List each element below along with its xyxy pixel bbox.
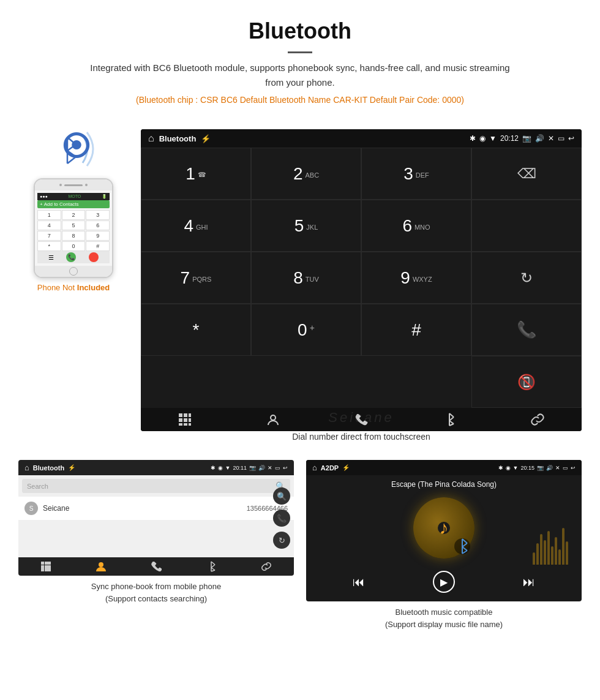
phone-key-4: 4: [37, 220, 61, 230]
dial-key-3[interactable]: 3DEF: [361, 148, 471, 200]
pb-search-bar[interactable]: Search 🔍: [22, 479, 290, 493]
svg-line-34: [211, 568, 215, 570]
phone-not-included-text: Phone Not Included: [37, 283, 110, 292]
dial-key-hash[interactable]: #: [361, 304, 471, 356]
pb-win-icon: ▭: [275, 465, 280, 471]
phone-top-bar: [35, 179, 112, 190]
dial-key-0[interactable]: 0+: [251, 304, 361, 356]
ms-next-btn[interactable]: ⏭: [523, 575, 535, 589]
dial-key-6[interactable]: 6MNO: [361, 200, 471, 252]
dial-key-2[interactable]: 2ABC: [251, 148, 361, 200]
pb-vol-icon: 🔊: [258, 465, 265, 471]
pb-nav-contacts[interactable]: [73, 561, 129, 572]
phone-key-2: 2: [62, 210, 86, 220]
bt-signal-svg: ⦿: [49, 129, 98, 169]
dial-key-4[interactable]: 4GHI: [141, 200, 251, 252]
dial-key-5[interactable]: 5JKL: [251, 200, 361, 252]
dial-key-backspace[interactable]: ⌫: [471, 148, 582, 200]
watermark: Seicane: [141, 410, 582, 426]
ms-vol-icon: 🔊: [546, 465, 553, 471]
svg-rect-23: [48, 562, 51, 565]
pb-nav-link[interactable]: [239, 561, 294, 572]
pb-usb-icon: ⚡: [68, 464, 75, 471]
dial-key-empty-r2: [471, 200, 582, 252]
pb-nav-grid[interactable]: [18, 561, 73, 572]
ms-home-icon: ⌂: [312, 463, 317, 472]
svg-rect-28: [45, 568, 48, 571]
pb-loc-icon: ◉: [218, 465, 223, 471]
phone-home-area: [35, 266, 112, 277]
phone-key-0: 0: [62, 241, 86, 251]
pb-call-btn[interactable]: 📞: [273, 510, 290, 527]
dial-key-call[interactable]: 📞: [471, 304, 582, 356]
dial-status-left: ⌂ Bluetooth ⚡: [148, 133, 211, 144]
phone-mock: ●●●MOTO🔋 + Add to Contacts 1 2 3 4 5 6 7…: [34, 178, 113, 278]
ms-prev-btn[interactable]: ⏮: [353, 575, 365, 589]
pb-search-btn[interactable]: 🔍: [273, 487, 290, 505]
pb-nav-phone[interactable]: [129, 561, 184, 572]
pb-title: Bluetooth: [33, 464, 64, 472]
ms-album-art: ♪: [413, 497, 474, 559]
phone-key-9: 9: [86, 231, 110, 241]
pb-avatar: S: [24, 502, 38, 515]
svg-rect-29: [48, 568, 51, 571]
dial-key-8[interactable]: 8TUV: [251, 252, 361, 304]
home-icon[interactable]: ⌂: [148, 133, 154, 144]
ms-cam-icon: 📷: [537, 465, 544, 471]
page-title: Bluetooth: [12, 18, 588, 44]
phone-end-btn: [89, 252, 99, 262]
svg-line-32: [211, 562, 215, 565]
svg-rect-25: [45, 565, 48, 568]
phone-key-hash: #: [86, 241, 110, 251]
ms-usb-icon: ⚡: [342, 464, 350, 471]
dial-status-bar: ⌂ Bluetooth ⚡ ✱ ◉ ▼ 20:12 📷 🔊 ✕ ▭ ↩: [141, 129, 582, 148]
pb-refresh-btn[interactable]: ↻: [273, 532, 290, 549]
ms-bt-overlay: [454, 538, 471, 555]
ms-x-icon: ✕: [555, 465, 560, 471]
svg-rect-22: [45, 562, 48, 565]
page-header: Bluetooth Integrated with BC6 Bluetooth …: [0, 0, 600, 123]
phone-key-5: 5: [62, 220, 86, 230]
dial-key-star[interactable]: *: [141, 304, 251, 356]
phone-status: ●●●MOTO🔋: [37, 193, 110, 200]
dial-key-end[interactable]: 📵: [471, 356, 582, 408]
pb-search-placeholder: Search: [27, 483, 48, 490]
pb-bt-icon: ✱: [211, 465, 216, 471]
ms-song-title: Escape (The Pina Colada Song): [306, 475, 582, 491]
bt-status-icon: ✱: [470, 134, 476, 143]
svg-rect-24: [41, 565, 44, 568]
pb-signal-icon: ▼: [225, 465, 231, 471]
dial-caption: Dial number direct from touchscreen: [141, 432, 582, 442]
ms-play-btn[interactable]: ▶: [433, 571, 455, 593]
dial-key-1[interactable]: 1☎: [141, 148, 251, 200]
ms-title: A2DP: [321, 464, 339, 472]
dial-key-9[interactable]: 9WXYZ: [361, 252, 471, 304]
main-section: ⦿ ●●●MOTO🔋: [0, 123, 600, 448]
phone-key-6: 6: [86, 220, 110, 230]
dial-screen-title: Bluetooth: [159, 134, 197, 143]
backspace-icon: ⌫: [517, 166, 536, 182]
call-icon: 📞: [517, 320, 536, 339]
ms-album-area: ♪: [306, 491, 582, 565]
pb-contact-row: S Seicane 13566664466: [18, 497, 294, 520]
dial-key-refresh[interactable]: ↻: [471, 252, 582, 304]
svg-text:⦿: ⦿: [61, 130, 91, 163]
pb-bottom-bar: [18, 557, 294, 576]
phone-key-8: 8: [62, 231, 86, 241]
phone-contact-bar: + Add to Contacts: [37, 200, 110, 208]
svg-point-30: [99, 562, 103, 567]
pb-nav-bt[interactable]: [184, 561, 239, 572]
dial-screen: ⌂ Bluetooth ⚡ ✱ ◉ ▼ 20:12 📷 🔊 ✕ ▭ ↩: [141, 129, 582, 431]
phone-key-1: 1: [37, 210, 61, 220]
ms-win-icon: ▭: [563, 465, 568, 471]
ms-loc-icon: ◉: [506, 465, 511, 471]
volume-icon: 🔊: [535, 134, 544, 143]
usb-icon: ⚡: [201, 134, 211, 143]
dial-key-7[interactable]: 7PQRS: [141, 252, 251, 304]
phone-call-btn: 📞: [66, 252, 76, 262]
pb-status-bar: ⌂ Bluetooth ⚡ ✱ ◉ ▼ 20:11 📷 🔊 ✕ ▭ ↩: [18, 460, 294, 475]
music-screenshot: ⌂ A2DP ⚡ ✱ ◉ ▼ 20:15 📷 🔊 ✕ ▭ ↩ Escape (T…: [306, 460, 582, 601]
ms-signal-icon: ▼: [513, 465, 519, 471]
phone-camera: [85, 184, 88, 186]
phone-key-star: *: [37, 241, 61, 251]
